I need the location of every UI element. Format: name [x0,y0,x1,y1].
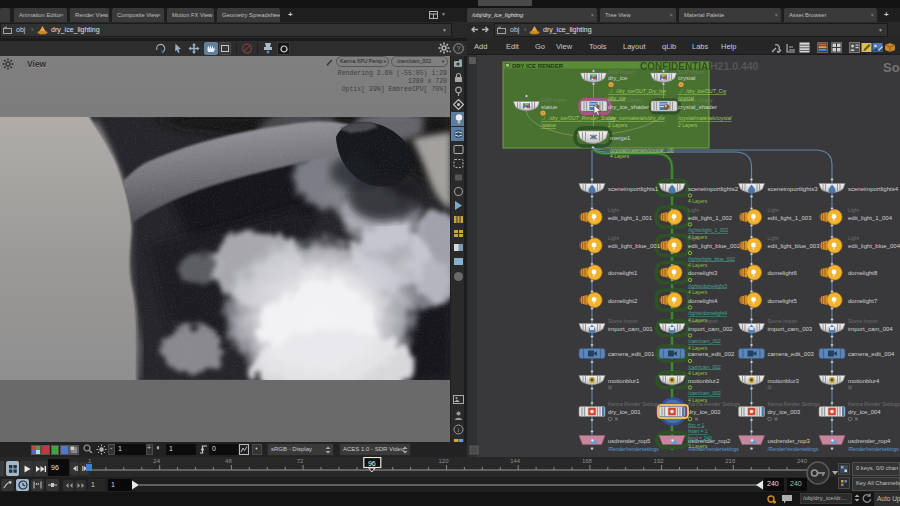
svg-text:finc = 1: finc = 1 [688,422,704,428]
svg-text:4 Layers: 4 Layers [688,289,708,295]
svg-text:Scene Import: Scene Import [768,318,798,324]
svg-text:/cam/cam_002: /cam/cam_002 [688,364,721,370]
svg-text:statue: statue [541,104,558,110]
svg-text:../ . /dry_ice/OUT_Cry: ../ . /dry_ice/OUT_Cry [678,88,727,94]
svg-text:/crystal: /crystal [677,95,695,101]
svg-text:/lights/light_blue_002: /lights/light_blue_002 [688,256,735,262]
svg-text:crystal: crystal [678,75,695,81]
svg-text:domelight1: domelight1 [608,270,638,276]
svg-text:/lights/light_1_002: /lights/light_1_002 [688,227,729,233]
svg-text:/Render/rendersettings: /Render/rendersettings [768,446,819,452]
svg-text:sceneimportlights1: sceneimportlights1 [608,186,659,192]
svg-text:/statue: /statue [540,122,556,128]
svg-text:Light: Light [768,207,779,213]
svg-text:/cam/cam_002: /cam/cam_002 [688,390,721,396]
svg-text:camera_edit_002: camera_edit_002 [688,351,735,357]
svg-text:/crystal/materials/crystal_ (: /crystal/materials/crystal_ (3) [609,147,674,153]
svg-text:sceneimportlights4: sceneimportlights4 [848,186,899,192]
svg-text:dry_ice_004: dry_ice_004 [848,409,881,415]
svg-text:usdrender_rop4: usdrender_rop4 [848,438,891,444]
svg-text:i: i [458,426,460,433]
svg-text:Light: Light [848,235,859,241]
svg-text:24: 24 [153,458,160,464]
svg-text:dry_ice_001: dry_ice_001 [608,409,641,415]
svg-text:2 Layers: 2 Layers [608,122,628,128]
svg-text:edit_light_1_003: edit_light_1_003 [768,215,813,221]
svg-text:dry_ice_shader: dry_ice_shader [608,104,649,110]
svg-text:120: 120 [438,458,449,464]
svg-text:/crystal/materials/crystal: /crystal/materials/crystal [677,115,732,121]
svg-text:168: 168 [582,458,593,464]
svg-text:import_cam_002: import_cam_002 [688,326,733,332]
svg-text:!: ! [610,83,611,88]
svg-text:4 Layers: 4 Layers [688,262,708,268]
svg-text:../ . /dry_ice/OUT_Render_Stat: ../ . /dry_ice/OUT_Render_Statue [541,115,615,121]
svg-text:Light: Light [688,207,699,213]
svg-text:4 Layers: 4 Layers [688,317,708,323]
svg-text:!: ! [680,83,681,88]
svg-text:3 Layers: 3 Layers [688,443,708,449]
svg-text:/lights/domelight4: /lights/domelight4 [688,310,727,316]
svg-text:Karma Render Settings: Karma Render Settings [768,401,820,407]
svg-text:/lights/domelight3: /lights/domelight3 [688,283,727,289]
svg-text:/dry_ice/materials/dry_ice: /dry_ice/materials/dry_ice [607,115,665,121]
svg-text:camera_edit_004: camera_edit_004 [848,351,895,357]
svg-text:../ . /dry_ice/OUT_Dry_Ice: ../ . /dry_ice/OUT_Dry_Ice [608,88,666,94]
svg-text:Karma Render Settings: Karma Render Settings [848,401,900,407]
svg-text:domelight7: domelight7 [848,298,878,304]
svg-text:edit_light_blue_004: edit_light_blue_004 [848,243,900,249]
svg-text:domelight3: domelight3 [688,270,718,276]
svg-text:Light: Light [848,207,859,213]
svg-text:4 Layers: 4 Layers [610,153,630,159]
svg-text:192: 192 [654,458,665,464]
svg-text:Sol: Sol [883,60,900,75]
svg-text:Light: Light [608,207,619,213]
svg-text:48: 48 [225,458,232,464]
svg-text:4 Layers: 4 Layers [688,370,708,376]
svg-text:4 Layers: 4 Layers [688,397,708,403]
svg-text:144: 144 [510,458,521,464]
svg-text:motionblur3: motionblur3 [768,378,800,384]
svg-text:4 Layers: 4 Layers [688,234,708,240]
svg-text:motionblur1: motionblur1 [608,378,640,384]
svg-text:motionblur4: motionblur4 [848,378,880,384]
svg-text:usdrender_rop5: usdrender_rop5 [608,438,651,444]
svg-text:edit_light_1_004: edit_light_1_004 [848,215,893,221]
svg-text:96: 96 [368,460,376,467]
svg-text:/Render/rendersettings: /Render/rendersettings [608,446,659,452]
svg-text:import_cam_004: import_cam_004 [848,326,893,332]
svg-text:import_cam_001: import_cam_001 [608,326,653,332]
svg-text:crystal_shader: crystal_shader [678,104,717,110]
svg-text:/cam/cam_002: /cam/cam_002 [688,338,721,344]
svg-text:4 Layers: 4 Layers [688,198,708,204]
svg-text:import_cam_003: import_cam_003 [768,326,813,332]
svg-text:dry_ice_003: dry_ice_003 [768,409,801,415]
svg-text:?: ? [457,45,461,52]
svg-text:fstart = 1: fstart = 1 [688,428,708,434]
svg-text:216: 216 [725,458,736,464]
svg-text:edit_light_blue_003: edit_light_blue_003 [768,243,821,249]
svg-text:domelight8: domelight8 [848,270,878,276]
svg-text:Light: Light [608,235,619,241]
svg-text:merge1: merge1 [610,135,631,141]
svg-text:4 Layers: 4 Layers [688,345,708,351]
svg-text:camera_edit_001: camera_edit_001 [608,351,655,357]
svg-text:Scene Import: Scene Import [848,318,878,324]
svg-text:dry_ice_002: dry_ice_002 [688,409,721,415]
svg-text:domelight6: domelight6 [768,270,798,276]
svg-text:fend = 240: fend = 240 [688,435,712,441]
svg-text:Light: Light [768,235,779,241]
svg-text:domelight4: domelight4 [688,298,718,304]
svg-text:sceneimportlights3: sceneimportlights3 [768,186,819,192]
svg-text:domelight5: domelight5 [768,298,798,304]
svg-text:sceneimportlights2: sceneimportlights2 [688,186,739,192]
svg-text:edit_light_blue_001: edit_light_blue_001 [608,243,661,249]
svg-text:1: 1 [88,458,92,464]
svg-text:edit_light_1_002: edit_light_1_002 [688,215,733,221]
svg-text:/dry_ice: /dry_ice [607,95,626,101]
svg-text:dry_ice: dry_ice [608,75,628,81]
svg-text:SOP Import: SOP Import [541,97,568,103]
svg-text:edit_light_blue_002: edit_light_blue_002 [688,243,741,249]
svg-text:edit_light_1_001: edit_light_1_001 [608,215,653,221]
svg-text:motionblur2: motionblur2 [688,378,720,384]
